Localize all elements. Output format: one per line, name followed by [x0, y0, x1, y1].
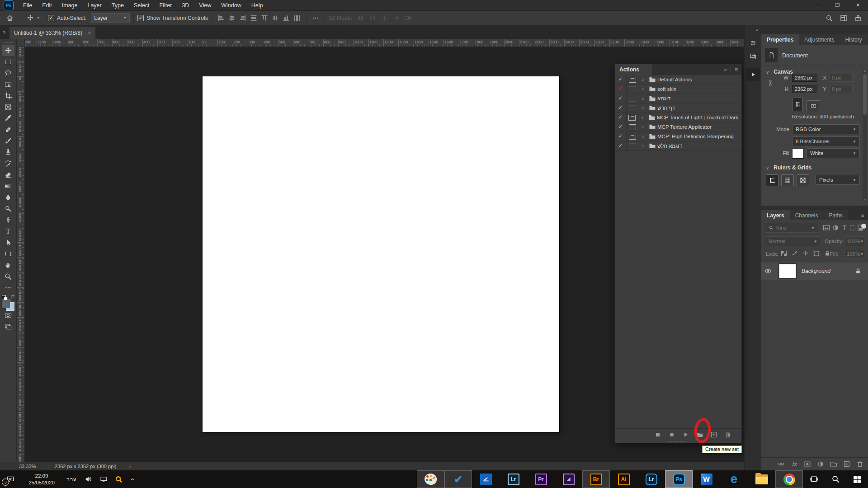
align-middle-vertical-icon[interactable]	[272, 14, 279, 22]
healing-brush-tool[interactable]	[2, 124, 14, 135]
distribute-horizontal-icon[interactable]	[250, 14, 257, 22]
dialog-toggle[interactable]	[627, 132, 638, 141]
action-center-button[interactable]: 3	[0, 470, 21, 488]
collapsed-panel-brush-settings-icon[interactable]	[747, 37, 760, 49]
menu-edit[interactable]: Edit	[37, 0, 57, 11]
bit-depth-dropdown[interactable]: 8 Bits/Channel▼	[792, 136, 860, 146]
expand-arrow-icon[interactable]: ›	[638, 124, 647, 130]
lock-transparency-icon[interactable]	[780, 250, 788, 257]
action-set-row[interactable]: ✓›Default Actions	[615, 75, 741, 84]
layer-thumbnail[interactable]	[779, 264, 796, 278]
action-set-row[interactable]: ✓›דף חדש	[615, 103, 741, 113]
expand-panels-chevrons[interactable]: «	[745, 25, 761, 35]
language-indicator[interactable]: עבר	[62, 476, 80, 483]
toolbar-grip[interactable]	[0, 39, 16, 45]
preset-chevron-icon[interactable]: ▼	[37, 16, 40, 20]
include-check-icon[interactable]: ✓	[615, 141, 627, 150]
filter-type-layers-icon[interactable]: T	[841, 224, 848, 231]
include-check-icon[interactable]: ✓	[615, 94, 627, 103]
layer-lock-icon[interactable]	[854, 267, 862, 275]
link-dimensions-icon[interactable]	[767, 80, 774, 87]
eraser-tool[interactable]	[2, 169, 14, 180]
new-group-button[interactable]	[830, 460, 837, 468]
lock-position-icon[interactable]	[802, 250, 809, 257]
adjustment-layer-button[interactable]	[817, 460, 824, 468]
hand-tool[interactable]	[2, 259, 14, 271]
expand-arrow-icon[interactable]: ›	[638, 76, 647, 83]
canvas[interactable]	[203, 76, 559, 432]
ruler-origin-corner[interactable]	[17, 39, 25, 47]
restore-button[interactable]: ❐	[827, 0, 848, 11]
actions-tab[interactable]: Actions	[615, 64, 652, 75]
taskbar-search-button[interactable]	[825, 470, 846, 488]
gradient-tool[interactable]	[2, 180, 14, 192]
menu-type[interactable]: Type	[107, 0, 129, 11]
menu-filter[interactable]: Filter	[155, 0, 177, 11]
dialog-toggle[interactable]	[627, 75, 638, 84]
taskbar-app-word[interactable]: W	[693, 470, 720, 488]
swap-colors-icon[interactable]: ⇄	[11, 294, 14, 299]
dialog-toggle[interactable]	[627, 84, 638, 94]
dialog-toggle[interactable]	[627, 113, 638, 122]
add-mask-button[interactable]	[804, 460, 811, 468]
frame-tool[interactable]	[2, 101, 14, 113]
ruler-units-dropdown[interactable]: Pixels▼	[816, 175, 860, 185]
taskbar-app-photoshop[interactable]: Ps	[665, 470, 693, 488]
tray-search-app-icon[interactable]	[111, 470, 127, 488]
collapse-panel-chevrons[interactable]: »	[724, 66, 727, 73]
action-set-row[interactable]: ✓›soft skin	[615, 84, 741, 94]
menu-image[interactable]: Image	[57, 0, 83, 11]
clone-stamp-tool[interactable]	[2, 146, 14, 158]
pen-tool[interactable]	[2, 214, 14, 225]
rectangle-shape-tool[interactable]	[2, 248, 14, 259]
expand-arrow-icon[interactable]: ›	[638, 114, 647, 121]
layer-filter-toggle[interactable]	[861, 224, 866, 229]
search-icon[interactable]	[826, 14, 833, 22]
include-check-icon[interactable]: ✓	[615, 113, 627, 122]
start-button[interactable]	[846, 470, 868, 488]
layer-filter-kind-dropdown[interactable]: Kind▼	[765, 223, 818, 233]
crop-tool[interactable]	[2, 90, 14, 101]
blur-tool[interactable]	[2, 192, 14, 203]
home-icon[interactable]	[6, 14, 14, 22]
more-align-options-icon[interactable]	[312, 14, 319, 22]
tab-paths[interactable]: Paths	[823, 210, 848, 221]
color-mode-dropdown[interactable]: RGB Color▼	[792, 124, 860, 134]
auto-select-checkbox[interactable]: ✓	[48, 15, 54, 21]
action-set-row[interactable]: ✓›דוגמא	[615, 94, 741, 103]
layer-name[interactable]: Background	[802, 268, 830, 274]
rulers-grids-section-header[interactable]: ∨Rulers & Grids	[766, 164, 811, 171]
close-tab-icon[interactable]: ×	[88, 30, 91, 36]
include-check-icon[interactable]: ✓	[615, 132, 627, 141]
portrait-orientation-button[interactable]	[792, 98, 803, 111]
taskbar-clock[interactable]: 22:09 25/05/2020	[21, 473, 62, 486]
rectangular-marquee-tool[interactable]	[2, 56, 14, 67]
network-icon[interactable]	[96, 470, 111, 488]
include-check-icon[interactable]: ✓	[615, 84, 627, 94]
dodge-tool[interactable]	[2, 203, 14, 214]
taskbar-app-lightroom-classic[interactable]: Lr	[500, 470, 527, 488]
fill-color-swatch[interactable]	[792, 149, 804, 159]
width-field[interactable]: 2362 px	[792, 74, 817, 82]
foreground-color-swatch[interactable]	[2, 300, 10, 308]
volume-icon[interactable]	[80, 470, 96, 488]
quick-mask-button[interactable]	[2, 310, 14, 321]
action-set-row[interactable]: ✓›דוגמא חלש	[615, 141, 741, 151]
landscape-orientation-button[interactable]	[807, 100, 820, 111]
opacity-dropdown[interactable]: 100%▼	[844, 236, 864, 246]
menu-3d[interactable]: 3D	[177, 0, 194, 11]
new-layer-button[interactable]	[843, 460, 850, 468]
taskbar-app-file-explorer[interactable]	[748, 470, 775, 488]
toggle-rulers-button[interactable]	[766, 174, 778, 186]
dialog-toggle[interactable]	[627, 122, 638, 131]
menu-select[interactable]: Select	[129, 0, 155, 11]
expand-arrow-icon[interactable]: ›	[638, 105, 647, 111]
status-options-chevron[interactable]: ›	[129, 464, 131, 469]
taskbar-app-chrome[interactable]	[775, 470, 803, 488]
lock-pixels-icon[interactable]	[791, 250, 798, 257]
object-selection-tool[interactable]	[2, 79, 14, 90]
eyedropper-tool[interactable]	[2, 113, 14, 124]
menu-window[interactable]: Window	[216, 0, 246, 11]
taskbar-app-scan[interactable]	[472, 470, 500, 488]
layers-fill-dropdown[interactable]: 100%▼	[844, 249, 864, 259]
